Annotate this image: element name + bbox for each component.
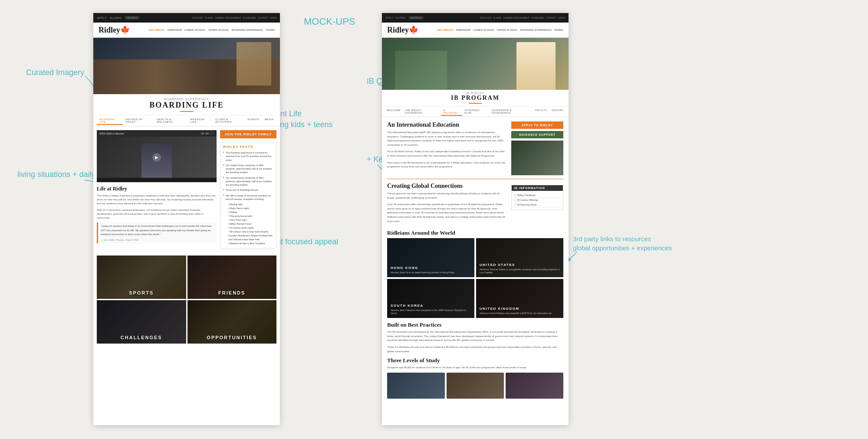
grid-challenges[interactable]: CHALLENGES [97, 300, 186, 344]
fact-2: Our student body comprises of 665+ stude… [223, 164, 273, 174]
join-btn[interactable]: JOIN THE RIDLEY FAMILY [220, 130, 276, 138]
three-levels-heading: Three Levels of Study [387, 357, 563, 364]
right-ridley-logo: Ridley🍁 [387, 25, 418, 35]
subnav-houses[interactable]: HOUSES OF RIDLEY [123, 117, 154, 124]
fact-5: We offer a range of structured activitie… [223, 194, 273, 201]
ib-divider1 [387, 179, 563, 179]
alumni-kr[interactable]: SOUTH KOREA Alumna Jane Trepunno has com… [387, 279, 474, 318]
section-life-body: The Ridley College experience empowers s… [97, 194, 217, 206]
right-nav-upper[interactable]: UPPER SCHOOL [497, 29, 518, 31]
right-nav-search[interactable]: SEARCH [409, 16, 423, 20]
alumni-hk-country: HONG KONG [391, 266, 471, 270]
guidance-support-btn[interactable]: GUIDANCE SUPPORT [511, 131, 563, 138]
main-nav: NOT RIDLEY ADMISSION LOWER SCHOOL UPPER … [149, 29, 275, 31]
ib-section1-body2: As an IB World School, Ridley is the onl… [387, 150, 507, 158]
ib-subnav-history[interactable]: HISTORY [549, 108, 566, 115]
right-nav-giving[interactable]: GIVING [554, 29, 563, 31]
grid-opportunities[interactable]: OPPORTUNITIES [187, 300, 277, 344]
right-nav-boarding[interactable]: BOARDING EXPERIENCE [520, 29, 552, 31]
subnav-boarding-life[interactable]: BOARDING LIFE [97, 117, 123, 125]
nav-admission[interactable]: ADMISSION [167, 29, 182, 31]
page-title-main: BOARDING LIFE [93, 101, 280, 110]
grid-opportunities-label: OPPORTUNITIES [187, 335, 277, 340]
alumni-hk-desc: Alumna Josie Ho is an award-winning actr… [391, 271, 471, 275]
ib-info-box-col: IB INFORMATION Ridley Handbook IB Course… [511, 183, 563, 226]
right-nav-apply[interactable]: APPLY ALUMNI [385, 16, 405, 19]
ib-info-courses[interactable]: IB Course Offerings [514, 198, 561, 203]
fact-3: Our student body comprises of 665+ stude… [223, 176, 273, 187]
video-title-bar: 2015-2016 in Review ⏮ ⏭ ⛶ [97, 130, 217, 137]
quote-text: "Living on campus and being in an enviro… [101, 225, 212, 236]
facts-box: RIDLEY FACTS The boarding experience is … [220, 142, 276, 249]
ib-info-handbook[interactable]: Ridley Handbook [514, 193, 561, 198]
video-forward-icon[interactable]: ⏭ [206, 131, 209, 135]
ib-subnav-strategic[interactable]: STRATEGIC PLAN [462, 108, 490, 115]
ib-subnav-faculty[interactable]: FACULTY [533, 108, 549, 115]
alumni-section-heading: Ridleians Around the World [387, 229, 563, 236]
ib-main-content: An International Education The Internati… [382, 117, 569, 403]
grid-friends[interactable]: FRIENDS [187, 256, 277, 299]
left-mockup: APPLY ALUMNI SEARCH ATHLETES ALUMNI SUMM… [93, 13, 280, 425]
ib-page-small: IB RIDLEY [382, 92, 569, 95]
right-top-nav: APPLY ALUMNI SEARCH ATHLETICS ALUMNI SUM… [382, 13, 569, 23]
curated-imagery-label: Curated Imagery [26, 67, 84, 78]
alumni-uk-content: UNITED KINGDOM Alumnus David Rokeby was … [480, 307, 560, 315]
nav-not-ridley[interactable]: NOT RIDLEY [149, 29, 164, 31]
fact-4: There are 10 Boarding Houses. [223, 188, 273, 192]
alumni-uk[interactable]: UNITED KINGDOM Alumnus David Rokeby was … [476, 279, 563, 318]
built-body2: These 10 attributes are part of a learne… [387, 345, 563, 354]
subnav-health[interactable]: HEALTH & WELLNESS [154, 117, 187, 124]
ib-info-title: IB INFORMATION [512, 185, 563, 191]
subnav-events[interactable]: EVENTS [245, 117, 262, 124]
subnav-clubs[interactable]: CLUBS & ACTIVITIES [213, 117, 245, 124]
nav-lower-school[interactable]: LOWER SCHOOL [184, 29, 206, 31]
ib-sidebar-col: APPLY TO RIDLEY GUIDANCE SUPPORT [511, 121, 563, 175]
built-heading: Built on Best Practices [387, 321, 563, 328]
ib-info-box: IB INFORMATION Ridley Handbook IB Course… [511, 185, 563, 210]
video-thumbnail[interactable]: ▶ [97, 137, 217, 178]
ib-subnav: WELCOME THE RIDLEY DIFFERENCE IB PROGRAM… [382, 107, 569, 117]
apply-to-ridley-btn[interactable]: APPLY TO RIDLEY [511, 121, 563, 129]
grid-sports-label: SPORTS [97, 290, 186, 295]
subnav-weekend[interactable]: WEEKEND LIFE [187, 117, 213, 124]
ib-subnav-difference[interactable]: THE RIDLEY DIFFERENCE [403, 108, 441, 115]
ib-subnav-welcome[interactable]: WELCOME [385, 108, 403, 115]
subnav-media[interactable]: MEDIA [262, 117, 276, 124]
grid-challenges-label: CHALLENGES [97, 335, 186, 340]
right-page-title-area: IB RIDLEY IB PROGRAM [382, 90, 569, 107]
ib-subnav-program[interactable]: IB PROGRAM [441, 108, 462, 116]
play-button[interactable]: ▶ [152, 153, 161, 162]
fact-1: The boarding experience is enriched by s… [223, 151, 273, 162]
alumni-grid: HONG KONG Alumna Josie Ho is an award-wi… [387, 238, 563, 318]
ib-subnav-leadership[interactable]: LEADERSHIP & GOVERNANCE [490, 108, 533, 115]
video-block[interactable]: 2015-2016 in Review ⏮ ⏭ ⛶ ▶ [97, 130, 217, 182]
nav-alumni[interactable]: ALUMNI [110, 16, 121, 20]
nav-athletes: ATHLETES ALUMNI SUMMER PROGRAMMES GUIDEL… [192, 16, 276, 19]
three-levels-grid [387, 373, 563, 399]
right-nav-lower[interactable]: LOWER SCHOOL [473, 29, 494, 31]
nav-apply[interactable]: APPLY [97, 16, 106, 20]
left-content-area: 2015-2016 in Review ⏮ ⏭ ⛶ ▶ Life at Ridl… [93, 127, 280, 252]
image-grid: SPORTS FRIENDS CHALLENGES OPPORTUNITIES [93, 252, 280, 347]
quote-block: "Living on campus and being in an enviro… [97, 223, 217, 243]
right-logo-bar: Ridley🍁 NOT RIDLEY ADMISSION LOWER SCHOO… [382, 23, 569, 38]
ib-info-planning[interactable]: IB Planning Sheet [514, 203, 561, 207]
ib-title-underline [469, 103, 482, 104]
video-controls[interactable]: ⏮ ⏭ ⛶ [201, 131, 214, 135]
nav-upper-school[interactable]: UPPER SCHOOL [208, 29, 229, 31]
alumni-us[interactable]: UNITED STATES Alumnus Thomas Sawrs is a … [476, 238, 563, 277]
grid-sports[interactable]: SPORTS [97, 256, 186, 299]
video-rewind-icon[interactable]: ⏮ [201, 131, 204, 135]
nav-boarding[interactable]: BOARDING EXPERIENCE [232, 29, 263, 31]
right-nav-not-ridley[interactable]: NOT RIDLEY [437, 29, 453, 31]
fact-activities: • Bowling night• Deans Dance nights• Ska… [223, 203, 273, 246]
alumni-hk[interactable]: HONG KONG Alumna Josie Ho is an award-wi… [387, 238, 474, 277]
three-levels-body: Designed specifically for students from … [387, 366, 563, 370]
video-fullscreen-icon[interactable]: ⛶ [210, 131, 214, 135]
ib-text-col: An International Education The Internati… [387, 121, 507, 175]
ib-section2-body2: Over 50 universities offer scholarships … [387, 203, 507, 223]
page-subtitle: BOARDING EXPERIENCE [93, 98, 280, 101]
nav-giving[interactable]: GIVING [266, 29, 275, 31]
right-nav-admission[interactable]: ADMISSION [456, 29, 470, 31]
nav-search[interactable]: SEARCH [125, 16, 139, 20]
